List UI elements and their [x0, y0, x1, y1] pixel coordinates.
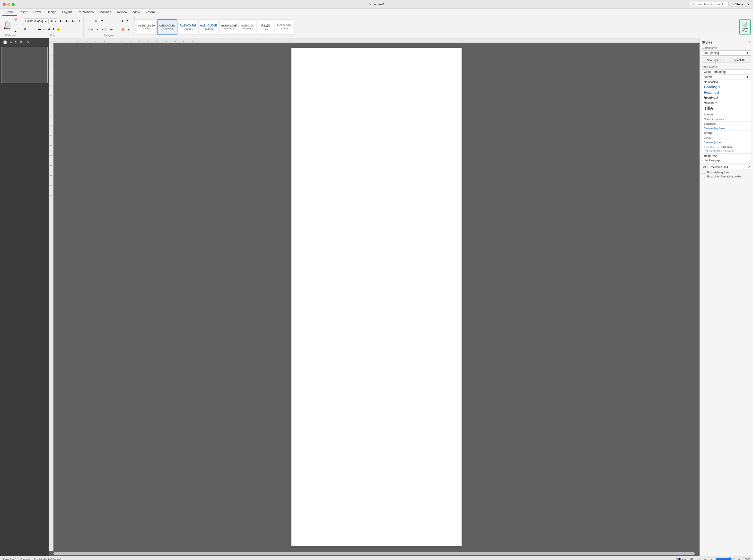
style-item-title[interactable]: Title: [702, 105, 751, 112]
tab-mailings[interactable]: Mailings: [97, 9, 114, 16]
styles-pane-button[interactable]: 📝 StylesPane: [739, 19, 751, 35]
focus-button[interactable]: 🎯 Focus: [675, 557, 687, 560]
format-painter-button[interactable]: 🖌: [13, 28, 19, 34]
style-item-clear[interactable]: Clear Formatting: [702, 69, 751, 75]
shading-button[interactable]: 🎨: [120, 27, 126, 32]
increase-indent-button[interactable]: →≡: [112, 18, 118, 24]
document-content[interactable]: [54, 43, 699, 551]
style-normal[interactable]: AaBbCcDdEe Normal: [137, 19, 157, 35]
align-center-button[interactable]: ≡: [94, 27, 100, 32]
style-heading4[interactable]: AaBbCcDd Heading 4: [239, 19, 256, 35]
style-item-subtitle[interactable]: Subtitle: [702, 112, 751, 117]
italic-button[interactable]: I: [28, 27, 32, 32]
font-color-button[interactable]: A: [51, 27, 56, 32]
bullets-button[interactable]: ≡: [87, 18, 93, 24]
decrease-indent-button[interactable]: ←≡: [105, 18, 112, 24]
highlight-button[interactable]: A: [56, 27, 60, 32]
superscript-button[interactable]: x²: [47, 27, 51, 32]
style-item-subtle-ref[interactable]: Subtle Reference: [702, 145, 751, 149]
style-item-h1[interactable]: Heading 1: [702, 84, 751, 90]
fullscreen-button[interactable]: [12, 3, 15, 6]
horizontal-scrollbar[interactable]: [54, 552, 695, 555]
sidebar-pages-button[interactable]: 📄: [2, 40, 8, 45]
layout-view-button[interactable]: ▤: [689, 557, 694, 560]
style-heading2[interactable]: AaBbCcDdE Heading 2: [198, 19, 219, 35]
style-item-intense-quote[interactable]: Intense Quote: [702, 140, 751, 145]
copy-button[interactable]: 📄: [13, 23, 19, 28]
bold-button[interactable]: B: [23, 27, 27, 32]
show-direct-formatting-checkbox[interactable]: [702, 175, 705, 178]
font-label: Font: [23, 34, 82, 37]
style-title[interactable]: AaBb Title: [257, 19, 274, 35]
show-styles-checkbox[interactable]: [702, 171, 705, 174]
style-item-list-paragraph[interactable]: List Paragraph: [702, 158, 751, 163]
tab-layout[interactable]: Layout: [59, 9, 75, 16]
tab-design[interactable]: Design: [44, 9, 59, 16]
sidebar-search-button[interactable]: 🔍: [19, 40, 25, 45]
style-item-emphasis[interactable]: Emphasis: [702, 122, 751, 126]
multilevel-button[interactable]: ⊞: [99, 18, 105, 24]
font-size-select[interactable]: 12: [48, 18, 58, 24]
borders-button[interactable]: ⊡: [126, 27, 132, 32]
font-grow-button[interactable]: A↑: [58, 18, 64, 24]
search-input[interactable]: [697, 3, 727, 6]
outline-view-button[interactable]: ≡: [703, 557, 707, 560]
style-no-spacing[interactable]: AaBbCcDdEe No Spacing: [157, 19, 177, 35]
cut-button[interactable]: ✂️: [13, 17, 19, 22]
font-name-select[interactable]: Calibri (Body): [23, 18, 48, 24]
font-shrink-button[interactable]: A↓: [64, 18, 70, 24]
style-item-h4[interactable]: Heading 4: [702, 100, 751, 105]
style-item-strong[interactable]: Strong: [702, 131, 751, 135]
styles-pane-close-button[interactable]: ✕: [748, 40, 751, 44]
style-item-subtle-emphasis[interactable]: Subtle Emphasis: [702, 117, 751, 122]
justify-button[interactable]: ≡≡: [108, 27, 114, 32]
sidebar-close-button[interactable]: ✕: [26, 40, 31, 45]
style-item-quote[interactable]: Quote: [702, 135, 751, 140]
document-page[interactable]: [292, 48, 461, 546]
line-spacing-button[interactable]: ↕: [114, 27, 120, 32]
show-formatting-button[interactable]: ¶: [125, 18, 131, 24]
numbering-button[interactable]: ①: [93, 18, 99, 24]
tab-insert[interactable]: Insert: [17, 9, 31, 16]
style-item-h2[interactable]: Heading 2: [702, 90, 751, 95]
style-item-intense-emphasis[interactable]: Intense Emphasis: [702, 126, 751, 131]
sidebar-headings-button[interactable]: ¶: [14, 40, 18, 45]
strikethrough-button[interactable]: ab: [37, 27, 42, 32]
select-all-button[interactable]: Select All: [727, 58, 751, 62]
minimize-button[interactable]: [7, 3, 10, 6]
style-item-h3[interactable]: Heading 3: [702, 95, 751, 100]
subscript-button[interactable]: x₂: [42, 27, 46, 32]
tab-home[interactable]: Home: [2, 9, 17, 16]
paste-button[interactable]: 📋 Paste: [2, 18, 13, 33]
tab-draw[interactable]: Draw: [31, 9, 43, 16]
close-button[interactable]: [3, 3, 6, 6]
clear-format-button[interactable]: ✗: [77, 18, 82, 24]
read-mode-button[interactable]: 📖: [696, 557, 701, 560]
style-item-no-spacing[interactable]: No Spacing: [702, 80, 751, 84]
tab-view[interactable]: View: [130, 9, 143, 16]
tab-review[interactable]: Review: [114, 9, 130, 16]
new-style-button[interactable]: New Style...: [702, 58, 726, 62]
style-item-book-title[interactable]: Book Title: [702, 154, 751, 158]
style-gallery: AaBbCcDdEe Normal AaBbCcDdEe No Spacing …: [137, 19, 739, 35]
search-box[interactable]: 🔍: [690, 2, 729, 7]
underline-button[interactable]: U: [32, 27, 37, 32]
share-button[interactable]: + Share: [731, 2, 745, 7]
tab-zotero[interactable]: Zotero: [143, 9, 158, 16]
align-right-button[interactable]: ≡⬜: [100, 27, 108, 32]
separator-3: [134, 17, 135, 21]
sidebar-list-button[interactable]: ≡: [9, 40, 13, 45]
change-case-button[interactable]: Aa: [71, 18, 76, 24]
zoom-slider[interactable]: [716, 557, 735, 560]
zoom-out-button[interactable]: −: [709, 557, 714, 560]
zoom-in-button[interactable]: +: [737, 557, 741, 560]
align-left-button[interactable]: ⬜≡: [87, 27, 94, 32]
style-item-normal[interactable]: Normal ▼: [702, 75, 751, 80]
style-heading1[interactable]: AaBbCcDd Heading 1: [178, 19, 198, 35]
style-item-intense-ref[interactable]: Intense Reference: [702, 149, 751, 154]
tab-references[interactable]: References: [75, 9, 97, 16]
sort-button[interactable]: ↕A: [119, 18, 125, 24]
list-select[interactable]: Recommended All Styles In Current Docume…: [708, 165, 751, 169]
style-heading3[interactable]: AaBbCcDdE Heading 3: [219, 19, 238, 35]
style-subtitle[interactable]: AaBbCcDdEe Subtitle: [275, 19, 293, 35]
